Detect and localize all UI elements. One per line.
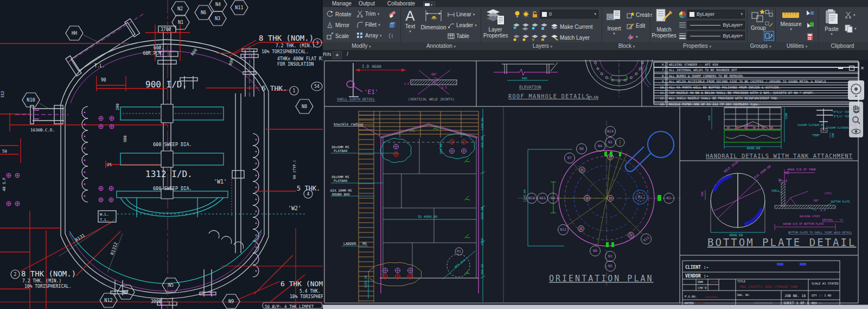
quick-select-button[interactable]	[806, 21, 814, 29]
tab-output[interactable]: Output	[356, 0, 377, 7]
layer-state-icons-row1[interactable]	[513, 22, 548, 30]
panel-groups[interactable]: Groups ▾	[750, 43, 771, 49]
layer-properties-button[interactable]: LayerProperties	[483, 8, 507, 39]
panel-annotation[interactable]: Annotation ▾	[426, 43, 456, 49]
panel-clipboard[interactable]: Clipboard	[831, 43, 854, 49]
object-color-dropdown[interactable]: ByLayer▾	[687, 10, 745, 18]
window-restore-button[interactable]	[848, 65, 855, 71]
title-orientation-plan: ORIENTATION PLAN	[549, 274, 654, 283]
block-attributes-icon	[627, 33, 634, 40]
lineweight-icon[interactable]	[679, 33, 686, 39]
eraser-icon	[388, 9, 397, 18]
panel-utilities[interactable]: Utilities ▾	[787, 43, 808, 49]
layer-thaw-icon[interactable]	[522, 10, 529, 18]
group-selection-toggle[interactable]	[764, 31, 774, 41]
drawing-label: ID 4600.00	[418, 215, 438, 218]
layer-state-icons-row2[interactable]	[513, 33, 548, 42]
drawing-label: 'W2'	[288, 205, 301, 211]
notes-table: 6.WELDING STANDER :- API 6507.ALL INTERN…	[654, 62, 859, 105]
color-swatch	[690, 12, 694, 17]
ungroup-button[interactable]	[765, 10, 773, 17]
drawing-label: 200	[116, 103, 120, 110]
title-bottom-weld-detail: BOTTOM PLATE TO SHELL JOINT WELD DETAIL	[788, 231, 852, 234]
make-current-button[interactable]: Make Current	[551, 23, 593, 30]
cut-button[interactable]: ▾	[845, 11, 856, 18]
new-drawing-tab-button[interactable]: +	[333, 51, 342, 59]
fillet-button[interactable]: Fillet▾	[356, 21, 380, 28]
navigation-wheel-button[interactable]	[848, 80, 864, 100]
leader-button[interactable]: Leader▾	[448, 22, 477, 28]
drawing-label: knuckle radius	[334, 122, 363, 127]
paste-button[interactable]: Paste▾	[823, 9, 840, 36]
insert-button[interactable]: Insert▾	[604, 9, 624, 36]
measure-icon	[782, 10, 800, 20]
text-button[interactable]: A Text▾	[402, 8, 418, 34]
create-block-button[interactable]: Create	[627, 11, 652, 18]
drawing-label: 6 THK.	[261, 84, 287, 92]
titleblock-title-value: 70KL CAUSTIC SODA STORAGE TANK	[739, 285, 798, 288]
window-close-button[interactable]: ×	[859, 65, 866, 71]
panel-properties[interactable]: Properties ▾	[683, 43, 711, 49]
copy-clip-button[interactable]: ▾	[845, 24, 857, 33]
drawing-label: W.L.	[100, 212, 109, 217]
layer-dropdown[interactable]: 0 ▾	[540, 10, 598, 18]
measure-button[interactable]: Measure▾	[778, 10, 803, 31]
erase-button[interactable]	[388, 9, 397, 18]
note-row: 8.ALL BURRS & SHARP CORNERS TO BE REMOVE…	[654, 74, 859, 79]
lineweight-sample	[690, 36, 720, 36]
svg-text:M1: M1	[638, 195, 642, 199]
layer-lock-icon[interactable]	[531, 10, 538, 18]
match-layer-button[interactable]: Match Layer	[551, 34, 590, 41]
drawing-label: 50x5MM MS	[331, 145, 349, 149]
drawing-label: 300Ø	[151, 299, 161, 304]
svg-text:N4: N4	[551, 196, 555, 200]
radial-lines	[554, 150, 642, 244]
linear-button[interactable]: Linear▾	[448, 11, 475, 17]
dimension-button[interactable]: Dimension	[420, 9, 446, 30]
panel-layers[interactable]: Layers ▾	[533, 43, 552, 49]
drawing-label: 150°	[747, 124, 754, 127]
offset-button[interactable]	[388, 32, 397, 40]
drawing-label: 2.5	[442, 86, 447, 89]
trim-button[interactable]: Trim▾	[356, 10, 379, 17]
rotate-button[interactable]: Rotate	[326, 10, 351, 18]
drawing-label: 1200.00	[481, 118, 484, 130]
scale-button[interactable]: Scale	[326, 32, 349, 40]
match-properties-button[interactable]: MatchProperties	[652, 8, 676, 39]
id-point-button[interactable]	[806, 10, 814, 17]
quick-calc-button[interactable]	[807, 33, 813, 41]
explode-button[interactable]	[388, 21, 397, 29]
drawing-label: (TYP)	[824, 192, 832, 195]
svg-text:N10: N10	[27, 97, 35, 103]
model-space-canvas[interactable]: N14N2N4N8N7N10N11N4N1M1N12N13N9N3N5M1 I.…	[323, 60, 868, 305]
edit-block-button[interactable]: Edit	[627, 22, 645, 29]
drawing-label: R1312	[110, 242, 118, 256]
drawing-tab-partial[interactable]: RIN	[323, 52, 331, 57]
drawing-label: 600 SWEEP DIA.	[153, 142, 192, 147]
linetype-dropdown[interactable]: ByLayer▾	[687, 21, 745, 29]
offset-icon	[388, 32, 397, 40]
panel-block[interactable]: Block ▾	[618, 43, 635, 49]
linetype-icon[interactable]	[679, 22, 686, 28]
array-button[interactable]: Array▾	[356, 32, 381, 39]
block-attributes-button[interactable]: ▾	[627, 33, 638, 40]
titleblock-dwn-label: DWN	[698, 280, 703, 283]
layer-on-icon[interactable]	[514, 10, 521, 18]
drawing-label: BACKING STRIP	[800, 215, 820, 218]
svg-text:N2: N2	[608, 140, 612, 144]
drawing-label: 10% TORISPHERICAL.	[261, 49, 309, 54]
tab-collaborate[interactable]: Collaborate	[385, 0, 417, 7]
table-button[interactable]: Table	[448, 33, 469, 39]
color-wheel-icon[interactable]	[679, 11, 686, 18]
note-row: 10.ALL SS PARTS WILL BE BUFFED POLISHED …	[654, 85, 859, 91]
svg-text:N1: N1	[667, 196, 671, 200]
panel-modify[interactable]: Modify ▾	[352, 43, 371, 49]
tab-manage[interactable]: Manage	[330, 0, 354, 7]
lineweight-dropdown[interactable]: ByLayer▾	[687, 31, 745, 40]
drawing-label: 1.5	[404, 82, 409, 85]
group-edit-button[interactable]	[765, 21, 773, 28]
mirror-button[interactable]: Mirror	[326, 21, 349, 29]
svg-text:N14: N14	[607, 129, 614, 134]
drawing-label: 25	[107, 162, 112, 167]
window-minimize-button[interactable]	[837, 65, 844, 71]
